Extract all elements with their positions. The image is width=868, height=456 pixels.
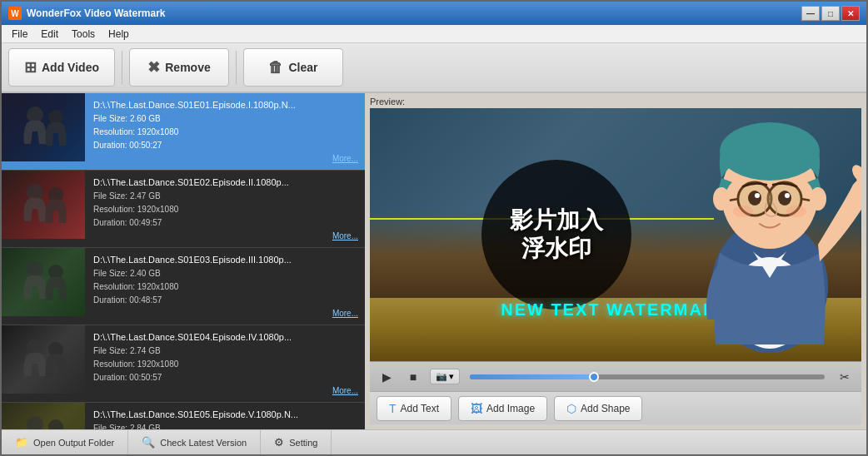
folder-icon: 📁	[15, 436, 28, 449]
file-item[interactable]: D:\.\The.Last.Dance.S01E01.Episode.I.108…	[2, 93, 365, 171]
svg-point-30	[713, 187, 730, 211]
add-shape-button[interactable]: ⬡ Add Shape	[554, 396, 642, 421]
toolbar-separator-2	[236, 51, 237, 84]
svg-point-31	[810, 187, 826, 211]
menu-tools[interactable]: Tools	[65, 27, 102, 42]
svg-point-9	[48, 419, 63, 429]
svg-point-27	[786, 206, 806, 217]
more-link[interactable]: More...	[93, 309, 358, 318]
file-name: D:\.\The.Last.Dance.S01E04.Episode.IV.10…	[93, 332, 358, 342]
file-item[interactable]: D:\.\The.Last.Dance.S01E03.Episode.III.1…	[2, 248, 365, 325]
file-meta: File Size: 2.40 GBResolution: 1920x1080D…	[93, 267, 358, 307]
text-icon: T	[389, 402, 397, 415]
open-folder-label: Open Output Folder	[33, 438, 114, 448]
status-bar: 📁 Open Output Folder 🔍 Check Latest Vers…	[2, 429, 866, 454]
setting-label: Setting	[289, 438, 317, 448]
clear-button[interactable]: 🗑 Clear	[243, 48, 343, 87]
file-meta: File Size: 2.60 GBResolution: 1920x1080D…	[93, 112, 358, 152]
mascot-character	[653, 108, 861, 361]
watermark-buttons-bar: T Add Text 🖼 Add Image ⬡ Add Shape	[370, 391, 861, 424]
file-thumbnail	[2, 403, 85, 429]
clear-label: Clear	[288, 61, 317, 74]
app-icon: W	[8, 7, 22, 20]
add-video-icon: ⊞	[24, 58, 37, 77]
file-thumbnail	[2, 93, 85, 161]
file-list: D:\.\The.Last.Dance.S01E01.Episode.I.108…	[2, 93, 365, 429]
add-video-label: Add Video	[42, 61, 99, 74]
file-item[interactable]: D:\.\The.Last.Dance.S01E04.Episode.IV.10…	[2, 325, 365, 403]
file-meta: File Size: 2.47 GBResolution: 1920x1080D…	[93, 190, 358, 230]
menu-edit[interactable]: Edit	[34, 27, 65, 42]
maximize-button[interactable]: □	[821, 6, 840, 21]
file-thumbnail	[2, 325, 85, 394]
svg-point-23	[778, 191, 791, 206]
svg-point-22	[748, 191, 761, 206]
check-version-button[interactable]: 🔍 Check Latest Version	[128, 430, 261, 454]
watermark-line1: 影片加入	[510, 207, 603, 233]
add-video-button[interactable]: ⊞ Add Video	[8, 48, 115, 87]
svg-point-8	[27, 416, 43, 429]
progress-fill	[470, 374, 594, 379]
file-info: D:\.\The.Last.Dance.S01E01.Episode.I.108…	[85, 93, 365, 170]
add-image-button[interactable]: 🖼 Add Image	[458, 396, 547, 421]
toolbar-separator-1	[122, 51, 122, 84]
menu-help[interactable]: Help	[102, 27, 136, 42]
remove-button[interactable]: ✖ Remove	[129, 48, 229, 87]
more-link[interactable]: More...	[93, 231, 358, 240]
add-shape-label: Add Shape	[581, 403, 630, 414]
camera-dropdown-icon: ▾	[449, 371, 454, 382]
file-info: D:\.\The.Last.Dance.S01E04.Episode.IV.10…	[85, 325, 365, 402]
add-text-button[interactable]: T Add Text	[377, 396, 451, 421]
file-item[interactable]: D:\.\The.Last.Dance.S01E02.Episode.II.10…	[2, 171, 365, 248]
file-info: D:\.\The.Last.Dance.S01E05.Episode.V.108…	[85, 403, 365, 429]
shape-icon: ⬡	[566, 402, 576, 415]
svg-point-24	[755, 193, 760, 198]
minimize-button[interactable]: —	[801, 6, 820, 21]
close-button[interactable]: ✕	[841, 6, 860, 21]
file-name: D:\.\The.Last.Dance.S01E05.Episode.V.108…	[93, 409, 358, 419]
remove-icon: ✖	[147, 58, 160, 77]
progress-thumb[interactable]	[589, 372, 599, 382]
progress-bar[interactable]	[470, 374, 825, 379]
add-image-label: Add Image	[486, 403, 535, 414]
file-name: D:\.\The.Last.Dance.S01E03.Episode.III.1…	[93, 255, 358, 265]
add-text-label: Add Text	[401, 403, 439, 414]
file-name: D:\.\The.Last.Dance.S01E01.Episode.I.108…	[93, 100, 358, 110]
watermark-circle[interactable]: 影片加入 浮水印	[481, 160, 631, 310]
file-thumbnail	[2, 171, 85, 239]
preview-video: 影片加入 浮水印 NEW TEXT WATERMARK	[370, 108, 861, 361]
menu-bar: File Edit Tools Help	[2, 25, 866, 43]
scissors-button[interactable]: ✂	[835, 367, 855, 387]
more-link[interactable]: More...	[93, 154, 358, 163]
settings-button[interactable]: ⚙ Setting	[261, 430, 332, 454]
playback-controls: ▶ ■ 📷 ▾ ✂	[370, 361, 861, 391]
file-meta: File Size: 2.84 GBResolution: 1920x1080D…	[93, 422, 358, 429]
check-version-label: Check Latest Version	[160, 438, 247, 448]
preview-panel: Preview: 影片加入 浮水印 NEW T	[365, 93, 866, 429]
file-thumbnail	[2, 248, 85, 316]
main-content: D:\.\The.Last.Dance.S01E01.Episode.I.108…	[2, 93, 866, 429]
more-link[interactable]: More...	[93, 386, 358, 395]
window-controls: — □ ✕	[801, 6, 860, 21]
main-window: W WonderFox Video Watermark — □ ✕ File E…	[0, 0, 868, 456]
preview-label: Preview:	[370, 97, 861, 107]
menu-file[interactable]: File	[5, 27, 34, 42]
watermark-line2: 浮水印	[521, 235, 591, 261]
stop-button[interactable]: ■	[403, 367, 423, 387]
file-info: D:\.\The.Last.Dance.S01E03.Episode.III.1…	[85, 248, 365, 325]
gear-icon: ⚙	[274, 436, 284, 449]
camera-icon: 📷	[436, 371, 447, 382]
file-info: D:\.\The.Last.Dance.S01E02.Episode.II.10…	[85, 171, 365, 247]
watermark-circle-text: 影片加入 浮水印	[510, 206, 603, 262]
screenshot-button[interactable]: 📷 ▾	[430, 369, 460, 384]
open-folder-button[interactable]: 📁 Open Output Folder	[2, 430, 128, 454]
window-title: WonderFox Video Watermark	[27, 7, 801, 19]
remove-label: Remove	[165, 61, 210, 74]
toolbar: ⊞ Add Video ✖ Remove 🗑 Clear	[2, 43, 866, 93]
file-meta: File Size: 2.74 GBResolution: 1920x1080D…	[93, 344, 358, 384]
title-bar: W WonderFox Video Watermark — □ ✕	[2, 2, 866, 25]
svg-point-25	[785, 193, 790, 198]
play-button[interactable]: ▶	[377, 367, 397, 387]
file-item[interactable]: D:\.\The.Last.Dance.S01E05.Episode.V.108…	[2, 403, 365, 429]
svg-point-26	[733, 206, 753, 217]
